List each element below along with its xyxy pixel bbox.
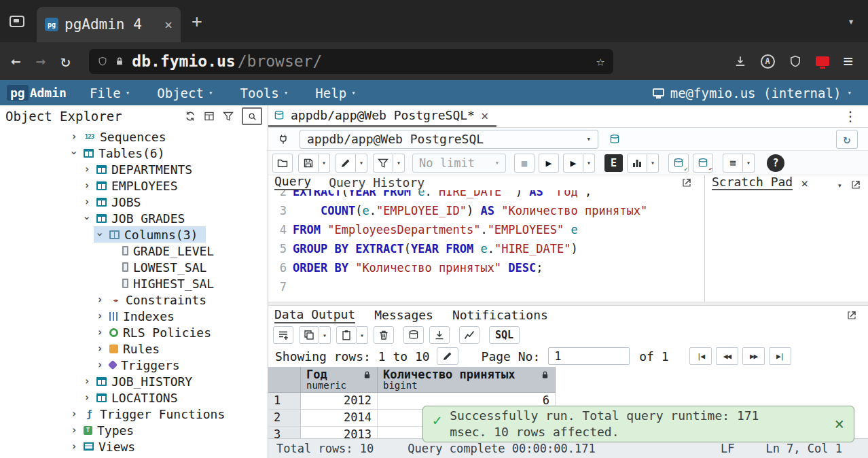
tree-item-tables-6-[interactable]: ›Tables(6) — [0, 145, 268, 161]
browser-tab[interactable]: pg pgAdmin 4 × — [37, 7, 181, 42]
tab-data-output[interactable]: Data Output — [274, 307, 355, 323]
chevron-right-icon[interactable]: › — [82, 196, 92, 208]
chevron-right-icon[interactable]: › — [95, 342, 105, 355]
paste-button[interactable] — [336, 326, 357, 344]
query-tool-tab[interactable]: appdb/app@Web PostgreSQL* × — [268, 105, 496, 127]
chevron-right-icon[interactable]: › — [82, 375, 92, 387]
show-sql-button[interactable]: SQL — [489, 326, 520, 344]
explain-button[interactable]: E — [604, 154, 623, 172]
previous-page-icon[interactable]: ◀◀ — [716, 347, 738, 365]
execute-options-caret[interactable]: ▾ — [583, 154, 595, 173]
download-icon[interactable] — [734, 55, 746, 67]
sql-code[interactable]: EXTRACT(YEAR FROM e."HIRE_DATE" ) AS "Го… — [293, 190, 704, 296]
forward-icon[interactable]: → — [35, 53, 45, 69]
tab-messages[interactable]: Messages — [374, 308, 433, 323]
tree-item-rules[interactable]: ›Rules — [0, 340, 268, 357]
cell[interactable]: 2014 — [301, 410, 378, 427]
save-file-button[interactable] — [298, 154, 319, 173]
first-page-icon[interactable]: |◀ — [689, 347, 712, 365]
filter-icon[interactable] — [223, 111, 234, 122]
user-menu[interactable]: me@fymio.us (internal) ▾ — [653, 86, 861, 101]
tree-item-inner[interactable]: ›Sequences — [68, 128, 175, 145]
copy-button[interactable] — [299, 326, 319, 344]
connection-plug-icon[interactable] — [273, 130, 293, 149]
macros-caret[interactable]: ▾ — [743, 154, 755, 173]
sql-editor[interactable]: 234567 EXTRACT(YEAR FROM e."HIRE_DATE" )… — [268, 190, 704, 302]
menu-icon[interactable]: ≡ — [844, 53, 853, 69]
add-row-button[interactable] — [273, 326, 293, 344]
tree-item-constraints[interactable]: ›Constraints — [0, 292, 268, 308]
row-number[interactable]: 1 — [268, 393, 301, 410]
chevron-right-icon[interactable]: › — [82, 391, 92, 404]
menu-help[interactable]: Help▾ — [315, 86, 355, 101]
next-page-icon[interactable]: ▶▶ — [742, 347, 765, 365]
paste-options-caret[interactable]: ▾ — [357, 326, 368, 344]
tree-item-inner[interactable]: ›Indexes — [94, 308, 183, 324]
chevron-right-icon[interactable]: › — [69, 130, 79, 143]
explain-options-caret[interactable]: ▾ — [647, 154, 659, 173]
tree-item-types[interactable]: ›Types — [0, 422, 268, 438]
tree-item-inner[interactable]: ›HIGHEST_SAL — [107, 275, 222, 292]
chevron-right-icon[interactable]: › — [95, 359, 105, 371]
macros-button[interactable]: ≡ — [723, 154, 743, 173]
tab-query-history[interactable]: Query History — [329, 175, 424, 190]
chevron-right-icon[interactable]: › — [69, 408, 79, 420]
tree-item-views[interactable]: ›Views — [0, 438, 268, 455]
tree-item-inner[interactable]: ›countries — [55, 455, 162, 458]
privacy-shield-icon[interactable] — [789, 55, 801, 67]
chevron-down-icon[interactable]: ▾ — [837, 181, 842, 190]
last-page-icon[interactable]: ▶| — [769, 347, 791, 365]
edit-button[interactable] — [336, 154, 356, 173]
chevron-down-icon[interactable]: › — [94, 230, 106, 239]
tree-item-inner[interactable]: ›GRADE_LEVEL — [107, 243, 222, 259]
code-line[interactable]: FROM "EmployeesDepartments"."EMPLOYEES" … — [293, 220, 704, 239]
chevron-right-icon[interactable]: › — [82, 163, 92, 175]
chevron-right-icon[interactable]: › — [82, 179, 92, 192]
tab-close-icon[interactable]: × — [164, 16, 173, 33]
tree-item-job-grades[interactable]: ›JOB GRADES — [0, 210, 268, 226]
cell[interactable]: 2012 — [301, 393, 378, 410]
tab-notifications[interactable]: Notifications — [452, 308, 548, 323]
pgadmin-logo[interactable]: pg Admin — [7, 85, 67, 101]
row-number-header[interactable] — [268, 367, 301, 393]
close-icon[interactable]: × — [481, 108, 488, 123]
save-options-caret[interactable]: ▾ — [319, 154, 330, 173]
tree-item-countries[interactable]: ›countries — [0, 455, 268, 458]
chevron-right-icon[interactable]: › — [95, 310, 105, 322]
tree-item-rls-policies[interactable]: ›RLS Policies — [0, 324, 268, 340]
tree-item-inner[interactable]: ›Views — [68, 438, 143, 455]
explain-analyze-button[interactable] — [627, 154, 647, 173]
tree-item-sequences[interactable]: ›Sequences — [0, 128, 268, 145]
code-line[interactable] — [293, 277, 704, 296]
delete-row-button[interactable] — [374, 326, 394, 344]
code-line[interactable]: ORDER BY "Количество принятых" DESC; — [293, 258, 704, 277]
tree-item-departments[interactable]: ›DEPARTMENTS — [0, 161, 268, 177]
screen-share-icon[interactable] — [816, 56, 829, 66]
tree-item-inner[interactable]: ›RLS Policies — [94, 324, 219, 340]
tree-item-highest-sal[interactable]: ›HIGHEST_SAL — [0, 275, 268, 292]
tab-overview-icon[interactable] — [10, 16, 24, 27]
menu-file[interactable]: File▾ — [90, 86, 130, 101]
tree-item-inner[interactable]: ›JOB_HISTORY — [81, 373, 200, 389]
tree-item-employees[interactable]: ›EMPLOYEES — [0, 177, 268, 194]
tab-list-chevron-icon[interactable]: ▾ — [848, 15, 854, 28]
edit-range-button[interactable] — [437, 347, 458, 365]
tree-item-trigger-functions[interactable]: ›Trigger Functions — [0, 406, 268, 422]
tree-item-inner[interactable]: ›EMPLOYEES — [81, 177, 186, 194]
cancel-query-button[interactable]: ■ — [514, 154, 535, 173]
tab-query[interactable]: Query — [274, 174, 311, 190]
filter-button[interactable] — [373, 154, 393, 173]
urlbar-shield-icon[interactable] — [98, 56, 107, 66]
tree-item-inner[interactable]: ›Types — [68, 422, 142, 438]
kebab-menu-icon[interactable]: ⋮ — [844, 108, 868, 124]
search-button[interactable] — [242, 107, 262, 125]
tree-item-inner[interactable]: ›Tables(6) — [68, 145, 173, 161]
save-results-to-file-button[interactable] — [429, 326, 450, 344]
tree-item-inner[interactable]: ›DEPARTMENTS — [81, 161, 200, 177]
expand-output-icon[interactable] — [846, 310, 857, 321]
sync-icon[interactable] — [185, 111, 196, 122]
tree-item-columns-3-[interactable]: ›Columns(3) — [0, 226, 268, 243]
tree-item-inner[interactable]: ›Columns(3) — [94, 226, 206, 243]
execute-button[interactable]: ▶ — [539, 154, 559, 173]
tree-item-inner[interactable]: ›Triggers — [94, 357, 188, 373]
